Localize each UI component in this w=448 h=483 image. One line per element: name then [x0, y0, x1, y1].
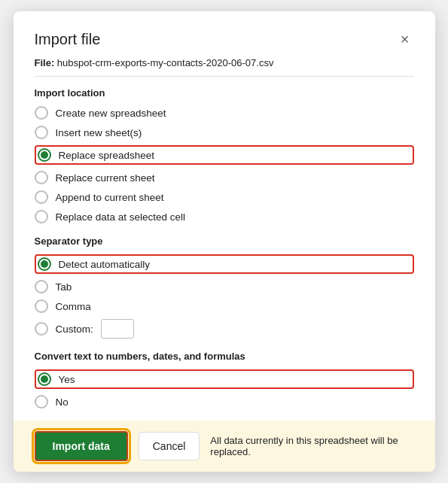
radio-circle-no	[35, 395, 48, 409]
dialog-header: Import file ×	[35, 29, 414, 50]
radio-tab[interactable]: Tab	[35, 280, 414, 293]
radio-circle-insert-sheet	[35, 126, 48, 139]
radio-no[interactable]: No	[35, 395, 414, 409]
cancel-button[interactable]: Cancel	[139, 432, 200, 460]
radio-label-custom: Custom:	[56, 324, 93, 335]
dialog-footer: Import data Cancel All data currently in…	[14, 421, 435, 472]
radio-comma[interactable]: Comma	[35, 299, 414, 313]
import-data-button[interactable]: Import data	[35, 431, 128, 461]
radio-circle-comma	[35, 299, 48, 313]
close-button[interactable]: ×	[396, 29, 414, 50]
footer-message: All data currently in this spreadsheet w…	[210, 435, 413, 457]
radio-custom-row: Custom:	[35, 319, 414, 339]
radio-circle-custom	[35, 322, 48, 336]
radio-label-detect-auto: Detect automatically	[59, 259, 151, 270]
radio-circle-replace-current	[35, 171, 48, 184]
import-file-dialog: Import file × File: hubspot-crm-exports-…	[14, 11, 435, 472]
file-label: File:	[35, 57, 55, 68]
radio-replace-cell[interactable]: Replace data at selected cell	[35, 210, 414, 223]
radio-insert-sheet[interactable]: Insert new sheet(s)	[35, 126, 414, 139]
radio-label-tab: Tab	[56, 281, 72, 293]
radio-circle-detect-auto	[38, 257, 51, 271]
file-name: hubspot-crm-exports-my-contacts-2020-06-…	[57, 57, 274, 68]
radio-label-yes: Yes	[59, 374, 75, 385]
import-location-group: Create new spreadsheet Insert new sheet(…	[35, 106, 414, 223]
convert-group: Yes No	[35, 369, 414, 409]
radio-label-comma: Comma	[56, 301, 91, 312]
file-info: File: hubspot-crm-exports-my-contacts-20…	[35, 57, 414, 68]
radio-append-current[interactable]: Append to current sheet	[35, 190, 414, 204]
radio-label-no: No	[56, 396, 69, 408]
convert-section: Convert text to numbers, dates, and form…	[35, 351, 414, 409]
import-location-label: Import location	[35, 87, 414, 99]
radio-label-insert-sheet: Insert new sheet(s)	[56, 127, 142, 138]
convert-label: Convert text to numbers, dates, and form…	[35, 351, 414, 362]
separator-section: Separator type Detect automatically Tab …	[35, 235, 414, 339]
radio-circle-tab	[35, 280, 48, 293]
radio-detect-auto[interactable]: Detect automatically	[35, 254, 414, 274]
radio-circle-append-current	[35, 190, 48, 204]
radio-circle-create-new	[35, 106, 48, 120]
separator-type-label: Separator type	[35, 235, 414, 247]
radio-circle-yes	[38, 372, 51, 386]
radio-label-create-new: Create new spreadsheet	[56, 108, 166, 119]
custom-separator-input[interactable]	[101, 319, 134, 339]
radio-custom[interactable]: Custom:	[35, 322, 93, 336]
divider	[35, 76, 414, 77]
radio-replace-spreadsheet[interactable]: Replace spreadsheet	[35, 145, 414, 165]
separator-type-group: Detect automatically Tab Comma Custom:	[35, 254, 414, 339]
radio-circle-replace-cell	[35, 210, 48, 223]
radio-create-new[interactable]: Create new spreadsheet	[35, 106, 414, 120]
radio-label-replace-cell: Replace data at selected cell	[56, 211, 186, 223]
radio-label-replace-spreadsheet: Replace spreadsheet	[59, 150, 155, 161]
radio-yes[interactable]: Yes	[35, 369, 414, 389]
radio-label-append-current: Append to current sheet	[56, 192, 164, 203]
radio-label-replace-current: Replace current sheet	[56, 172, 155, 184]
radio-replace-current[interactable]: Replace current sheet	[35, 171, 414, 184]
dialog-title: Import file	[35, 31, 101, 48]
radio-circle-replace-spreadsheet	[38, 148, 51, 162]
